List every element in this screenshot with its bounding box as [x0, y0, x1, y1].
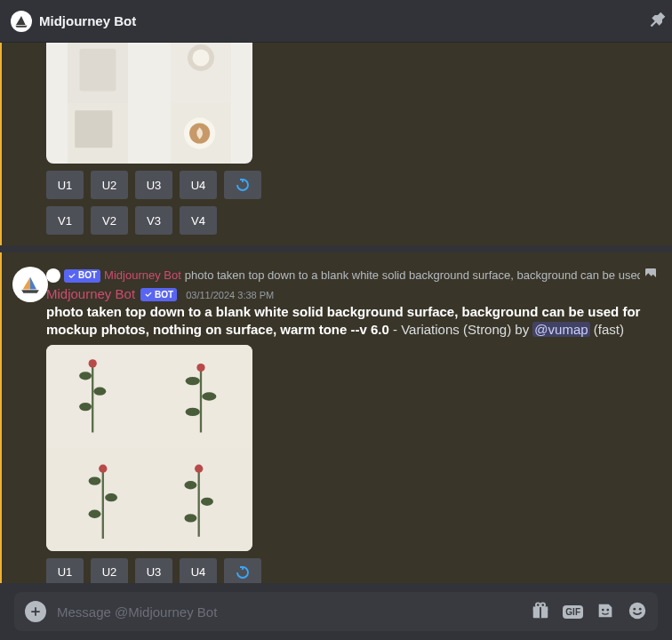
u3-button[interactable]: U3 [135, 558, 172, 584]
reroll-button[interactable] [224, 171, 261, 199]
svg-point-46 [639, 607, 642, 610]
u4-button[interactable]: U4 [180, 558, 217, 584]
svg-point-35 [195, 464, 203, 472]
svg-point-44 [629, 602, 645, 618]
reroll-button[interactable] [224, 558, 261, 584]
svg-point-32 [184, 481, 196, 489]
svg-rect-24 [46, 448, 149, 551]
bot-badge: BOT [140, 288, 177, 301]
svg-point-23 [196, 363, 204, 371]
pin-icon[interactable] [649, 11, 667, 31]
header-title: Midjourney Bot [39, 13, 136, 28]
reply-author: Midjourney Bot [104, 268, 181, 283]
u1-button[interactable]: U1 [46, 558, 84, 584]
svg-point-14 [79, 372, 92, 380]
check-icon [68, 271, 76, 280]
reply-text: photo taken top down to a blank white so… [185, 268, 640, 283]
svg-rect-39 [540, 606, 541, 618]
u1-button[interactable]: U1 [46, 171, 84, 199]
image-grid-1[interactable] [46, 43, 252, 164]
upscale-row-1: U1 U2 U3 U4 [46, 171, 658, 199]
message-1: U1 U2 U3 U4 V1 V2 V3 V4 [0, 43, 672, 236]
reply-context[interactable]: BOT Midjourney Bot photo taken top down … [46, 267, 658, 284]
timestamp: 03/11/2024 3:38 PM [186, 290, 274, 300]
image-grid-2[interactable] [46, 345, 252, 551]
svg-point-26 [89, 476, 101, 484]
sailboat-icon [14, 14, 28, 28]
bot-avatar-small [11, 11, 32, 32]
svg-point-4 [192, 49, 209, 66]
svg-point-28 [89, 509, 101, 517]
svg-rect-30 [149, 448, 252, 551]
u3-button[interactable]: U3 [135, 171, 172, 199]
mode-label: (fast) [590, 322, 624, 337]
svg-rect-12 [46, 345, 149, 448]
svg-point-27 [105, 493, 117, 501]
svg-point-41 [541, 603, 546, 607]
svg-point-33 [201, 497, 213, 505]
emoji-icon[interactable] [628, 601, 647, 623]
svg-point-20 [186, 376, 200, 384]
svg-point-21 [202, 392, 216, 400]
svg-rect-1 [80, 49, 116, 92]
variation-row-1: V1 V2 V3 V4 [46, 206, 658, 235]
svg-point-34 [184, 514, 196, 522]
composer-actions: GIF [531, 601, 647, 623]
dm-header: Midjourney Bot [0, 0, 672, 43]
svg-rect-6 [75, 110, 112, 148]
message-input[interactable] [57, 604, 531, 620]
reply-avatar [46, 268, 60, 283]
bot-tag-text: BOT [78, 268, 97, 283]
v4-button[interactable]: V4 [180, 206, 217, 235]
svg-point-17 [89, 359, 97, 367]
bot-tag-text: BOT [155, 290, 173, 300]
svg-point-15 [93, 387, 106, 395]
svg-point-42 [602, 608, 604, 611]
attach-button[interactable] [25, 601, 46, 622]
svg-point-16 [79, 402, 92, 410]
sticker-icon[interactable] [596, 601, 615, 623]
upscale-row-2: U1 U2 U3 U4 [46, 558, 658, 584]
message-header: Midjourney Bot BOT 03/11/2024 3:38 PM [46, 286, 658, 301]
u2-button[interactable]: U2 [91, 171, 128, 199]
bot-badge: BOT [64, 269, 100, 283]
gift-icon[interactable] [531, 601, 550, 623]
v2-button[interactable]: V2 [91, 206, 128, 235]
svg-point-45 [633, 607, 636, 610]
message-content: photo taken top down to a blank white so… [46, 303, 658, 340]
svg-point-40 [536, 603, 540, 607]
svg-point-22 [186, 407, 200, 415]
svg-point-29 [99, 464, 107, 472]
u4-button[interactable]: U4 [180, 171, 217, 199]
variations-label: - Variations (Strong) by [389, 322, 532, 337]
v1-button[interactable]: V1 [46, 206, 84, 235]
bot-avatar[interactable] [12, 267, 48, 302]
plus-icon [29, 605, 42, 618]
composer-box: GIF [14, 592, 658, 631]
message-2: BOT Midjourney Bot photo taken top down … [0, 252, 672, 583]
gif-button[interactable]: GIF [563, 605, 583, 619]
v3-button[interactable]: V3 [135, 206, 172, 235]
message-composer: GIF [0, 583, 672, 640]
author-name[interactable]: Midjourney Bot [46, 286, 135, 301]
image-icon [644, 267, 658, 284]
message-scroll[interactable]: U1 U2 U3 U4 V1 V2 V3 V4 BOT Midjourney B… [0, 43, 672, 583]
svg-point-43 [606, 608, 609, 611]
u2-button[interactable]: U2 [91, 558, 128, 584]
check-icon [144, 290, 153, 299]
user-mention[interactable]: @vumap [532, 322, 589, 337]
